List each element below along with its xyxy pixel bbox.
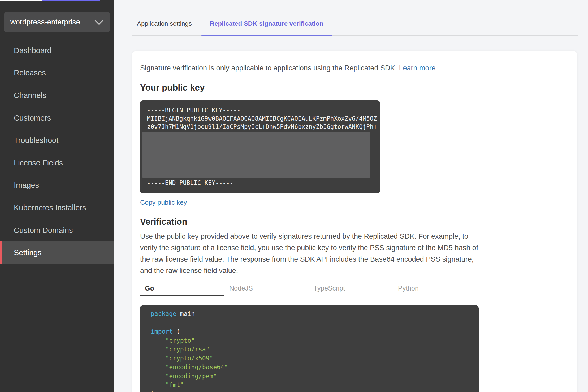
public-key-code-block[interactable]: -----BEGIN PUBLIC KEY-----MIIBIjANBgkqhk… — [140, 100, 380, 193]
public-key-end-line: -----END PUBLIC KEY----- — [147, 179, 372, 187]
learn-more-link[interactable]: Learn more — [399, 64, 436, 72]
app-selector-dropdown[interactable]: wordpress-enterprise — [4, 12, 110, 32]
code-token: "crypto/x509" — [151, 355, 213, 362]
code-line — [151, 318, 468, 327]
verification-description: Use the public key provided above to ver… — [140, 231, 486, 276]
app-selector-value: wordpress-enterprise — [10, 18, 80, 26]
language-tab-go[interactable]: Go — [140, 281, 224, 296]
go-code-lines: package mainimport ( "crypto" "crypto/rs… — [151, 309, 468, 392]
code-token: "fmt" — [151, 381, 184, 388]
sidebar-item-troubleshoot[interactable]: Troubleshoot — [0, 129, 114, 152]
code-line: "fmt" — [151, 381, 468, 390]
intro-text: Signature verification is only applicabl… — [140, 64, 577, 72]
code-token: import — [151, 328, 173, 335]
sidebar-item-images[interactable]: Images — [0, 174, 114, 197]
chevron-down-icon — [94, 16, 103, 25]
sidebar-item-label: Images — [14, 181, 39, 190]
sidebar-item-label: Dashboard — [14, 46, 51, 55]
sidebar-item-custom-domains[interactable]: Custom Domains — [0, 219, 114, 242]
code-token: "crypto/rsa" — [151, 346, 210, 353]
tab-replicated-sdk-signature-verification[interactable]: Replicated SDK signature verification — [201, 0, 332, 35]
sidebar-item-label: Kubernetes Installers — [14, 203, 86, 212]
top-strip-purple-segment — [42, 0, 100, 1]
language-tab-bar: GoNodeJSTypeScriptPython — [140, 281, 478, 296]
code-line: import ( — [151, 327, 468, 336]
code-token: ( — [173, 328, 180, 335]
tab-label: Application settings — [137, 20, 192, 27]
tab-label: Replicated SDK signature verification — [210, 20, 323, 27]
code-token: package — [151, 310, 176, 317]
sidebar-item-label: Troubleshoot — [14, 136, 58, 145]
tab-application-settings[interactable]: Application settings — [132, 0, 197, 35]
language-tab-nodejs[interactable]: NodeJS — [224, 281, 309, 296]
public-key-lines: -----BEGIN PUBLIC KEY-----MIIBIjANBgkqhk… — [147, 106, 372, 131]
key-selection-highlight — [142, 132, 370, 178]
copy-public-key-link[interactable]: Copy public key — [140, 199, 187, 206]
sidebar-item-releases[interactable]: Releases — [0, 62, 114, 84]
sidebar-item-label: Releases — [14, 69, 46, 77]
code-line: "crypto/x509" — [151, 354, 468, 363]
active-item-accent — [0, 241, 2, 264]
sdk-verification-card: Signature verification is only applicabl… — [132, 51, 577, 392]
main-area: Application settingsReplicated SDK signa… — [114, 0, 588, 392]
sidebar: wordpress-enterprise DashboardReleasesCh… — [0, 0, 114, 392]
sidebar-item-settings[interactable]: Settings — [0, 241, 114, 264]
intro-sentence: Signature verification is only applicabl… — [140, 64, 399, 72]
sidebar-item-kubernetes-installers[interactable]: Kubernetes Installers — [0, 197, 114, 219]
verification-heading: Verification — [140, 216, 577, 228]
code-line: "encoding/pem" — [151, 372, 468, 381]
public-key-line: z0v7Jh7M1NgV1joeu9l1/IaCPsMpyIcL+Dnw5Pdv… — [147, 123, 372, 131]
sidebar-item-dashboard[interactable]: Dashboard — [0, 39, 114, 62]
sidebar-item-label: Custom Domains — [14, 226, 73, 235]
code-line: "crypto" — [151, 336, 468, 345]
language-tab-label: TypeScript — [314, 284, 345, 292]
language-tab-label: Python — [398, 284, 419, 292]
code-token: "crypto" — [151, 337, 195, 344]
code-line: package main — [151, 309, 468, 318]
code-token: "encoding/base64" — [151, 364, 228, 370]
public-key-heading: Your public key — [140, 82, 577, 93]
go-code-block[interactable]: package mainimport ( "crypto" "crypto/rs… — [140, 305, 479, 392]
code-token: "encoding/pem" — [151, 373, 217, 380]
intro-suffix: . — [436, 64, 438, 72]
sidebar-item-customers[interactable]: Customers — [0, 107, 114, 129]
sidebar-item-label: License Fields — [14, 159, 63, 167]
code-line: "encoding/base64" — [151, 363, 468, 372]
settings-tab-bar: Application settingsReplicated SDK signa… — [132, 0, 578, 36]
sidebar-item-license-fields[interactable]: License Fields — [0, 152, 114, 174]
active-language-underline — [140, 295, 224, 296]
code-token: ) — [151, 390, 154, 392]
code-line: ) — [151, 390, 468, 392]
public-key-line: MIIBIjANBgkqhkiG9w0BAQEFAAOCAQ8AMIIBCgKC… — [147, 114, 372, 123]
sidebar-item-label: Customers — [14, 114, 51, 122]
language-tab-label: NodeJS — [229, 284, 253, 292]
app-screen: wordpress-enterprise DashboardReleasesCh… — [0, 0, 588, 392]
public-key-line: -----BEGIN PUBLIC KEY----- — [147, 106, 372, 114]
language-tab-typescript[interactable]: TypeScript — [309, 281, 393, 296]
sidebar-item-label: Settings — [14, 248, 42, 257]
code-line: "crypto/rsa" — [151, 345, 468, 354]
sidebar-item-channels[interactable]: Channels — [0, 84, 114, 107]
language-tab-label: Go — [145, 284, 154, 292]
top-strip-white-segment — [0, 0, 42, 1]
top-accent-strip — [0, 0, 588, 1]
language-tab-python[interactable]: Python — [393, 281, 478, 296]
code-token: main — [176, 310, 195, 317]
active-tab-underline — [201, 35, 332, 36]
sidebar-item-label: Channels — [14, 91, 46, 100]
sidebar-nav: DashboardReleasesChannelsCustomersTroubl… — [0, 39, 114, 264]
